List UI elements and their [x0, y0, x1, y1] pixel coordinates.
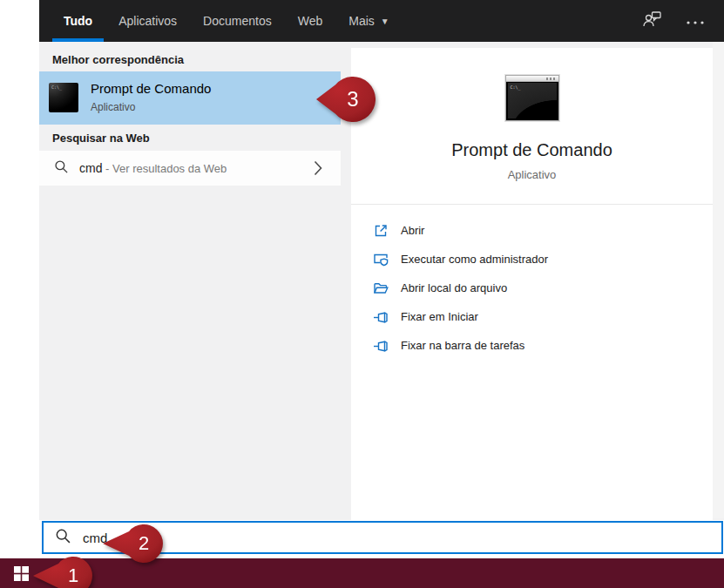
open-window-icon — [373, 223, 389, 239]
start-button[interactable] — [6, 558, 36, 588]
tab-mais[interactable]: Mais ▼ — [335, 0, 402, 42]
tab-tudo[interactable]: Tudo — [51, 0, 105, 42]
cmd-app-icon: C:\_ — [49, 83, 78, 112]
app-actions: Abrir Executar como administrador Abrir … — [351, 216, 713, 360]
windows-logo-icon — [14, 566, 29, 581]
feedback-person-icon[interactable] — [642, 10, 663, 32]
annotation-number-1: 1 — [68, 564, 78, 586]
search-icon — [55, 528, 71, 548]
action-abrir-local-do-arquivo[interactable]: Abrir local do arquivo — [351, 274, 713, 302]
best-match-header: Melhor correspondência — [52, 53, 184, 66]
open-file-location-icon — [373, 280, 389, 296]
pin-to-start-icon — [373, 309, 389, 325]
search-filter-bar: Tudo Aplicativos Documentos Web Mais ▼ — [39, 0, 724, 42]
action-fixar-na-barra-de-tarefas[interactable]: Fixar na barra de tarefas — [351, 331, 713, 360]
tab-documentos[interactable]: Documentos — [190, 0, 285, 42]
tab-aplicativos[interactable]: Aplicativos — [105, 0, 190, 42]
annotation-balloon-3: 3 — [316, 77, 376, 122]
web-search-item[interactable]: cmd - Ver resultados da Web — [39, 151, 341, 186]
cmd-app-icon-large: C:\_ — [505, 75, 559, 121]
search-icon — [54, 159, 69, 178]
app-detail-panel: C:\_ Prompt de Comando Aplicativo Abrir — [351, 48, 713, 520]
chevron-down-icon: ▼ — [381, 17, 389, 26]
annotation-number-2: 2 — [139, 532, 149, 554]
annotation-balloon-1: 1 — [33, 555, 92, 588]
ellipsis-icon[interactable] — [686, 13, 705, 29]
best-match-item[interactable]: C:\_ Prompt de Comando Aplicativo — [39, 71, 341, 125]
right-margin-strip — [713, 42, 724, 518]
action-executar-como-administrador[interactable]: Executar como administrador — [351, 245, 713, 274]
divider — [351, 204, 713, 205]
web-query-suffix: - Ver resultados da Web — [102, 162, 227, 175]
filter-tabs: Tudo Aplicativos Documentos Web Mais ▼ — [51, 0, 403, 42]
run-as-admin-icon — [373, 252, 389, 267]
chevron-right-icon[interactable] — [314, 160, 322, 179]
web-query: cmd — [79, 161, 102, 175]
annotation-number-3: 3 — [347, 87, 358, 111]
action-abrir[interactable]: Abrir — [351, 216, 713, 245]
annotation-balloon-2: 2 — [103, 524, 163, 564]
tab-web[interactable]: Web — [285, 0, 336, 42]
web-search-header: Pesquisar na Web — [52, 132, 150, 145]
app-title: Prompt de Comando — [351, 140, 713, 160]
best-match-title: Prompt de Comando — [91, 81, 211, 96]
app-subtitle: Aplicativo — [351, 168, 713, 181]
pin-to-taskbar-icon — [373, 338, 389, 354]
action-fixar-em-iniciar[interactable]: Fixar em Iniciar — [351, 302, 713, 331]
results-list: Melhor correspondência C:\_ Prompt de Co… — [39, 42, 341, 520]
best-match-subtitle: Aplicativo — [91, 101, 211, 113]
